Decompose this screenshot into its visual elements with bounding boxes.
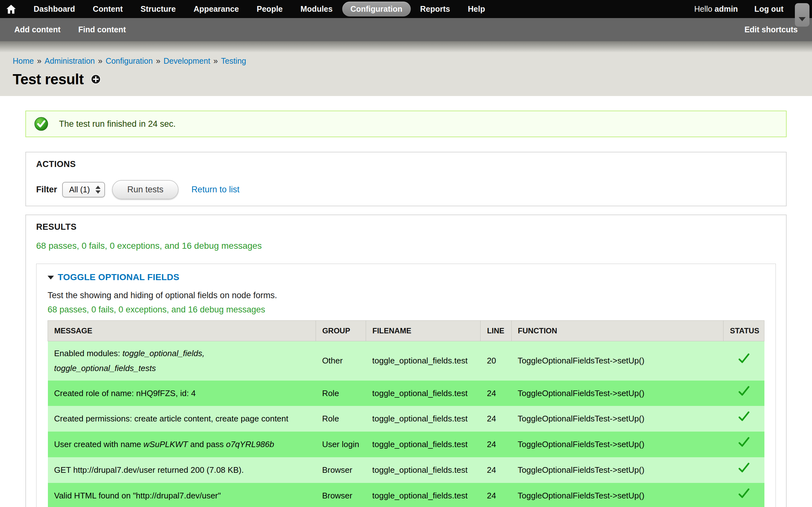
toolbar-item-content[interactable]: Content bbox=[85, 2, 131, 16]
table-row: Created permissions: create article cont… bbox=[48, 406, 764, 432]
cell-message: GET http://drupal7.dev/user returned 200… bbox=[48, 457, 316, 483]
toolbar-user-area: Hello admin Log out bbox=[694, 4, 783, 14]
collapse-arrow-icon bbox=[48, 276, 54, 279]
cell-status bbox=[723, 432, 764, 457]
message-text: Created role of name: nHQ9fFZS, id: 4 bbox=[54, 389, 196, 398]
toolbar-item-people[interactable]: People bbox=[248, 2, 291, 16]
toolbar-menu: DashboardContentStructureAppearancePeopl… bbox=[26, 2, 495, 16]
run-tests-button[interactable]: Run tests bbox=[112, 180, 179, 199]
logout-link[interactable]: Log out bbox=[754, 4, 783, 14]
results-table-header-row: MESSAGEGROUPFILENAMELINEFUNCTIONSTATUS bbox=[48, 321, 764, 341]
select-arrows-icon bbox=[96, 186, 101, 193]
column-header-function: FUNCTION bbox=[511, 321, 723, 341]
results-table-body: Enabled modules: toggle_optional_fields,… bbox=[48, 341, 764, 507]
results-table: MESSAGEGROUPFILENAMELINEFUNCTIONSTATUS E… bbox=[48, 320, 764, 507]
pass-icon bbox=[738, 436, 750, 448]
table-row: Valid HTML found on "http://drupal7.dev/… bbox=[48, 483, 764, 507]
cell-function: ToggleOptionalFieldsTest->setUp() bbox=[511, 432, 723, 457]
column-header-line: LINE bbox=[480, 321, 511, 341]
breadcrumb-link-testing[interactable]: Testing bbox=[221, 56, 246, 65]
shortcut-bar: Add contentFind content Edit shortcuts bbox=[0, 18, 812, 41]
test-group-description: Test the showing and hiding of optional … bbox=[48, 291, 764, 300]
table-row: Created role of name: nHQ9fFZS, id: 4Rol… bbox=[48, 381, 764, 406]
status-message-text: The test run finished in 24 sec. bbox=[59, 119, 176, 129]
toolbar-item-dashboard[interactable]: Dashboard bbox=[26, 2, 84, 16]
shortcut-item-add-content[interactable]: Add content bbox=[14, 25, 61, 34]
message-text: Created permissions: create article cont… bbox=[54, 414, 289, 424]
main-content: The test run finished in 24 sec. ACTIONS… bbox=[0, 111, 812, 507]
filter-label: Filter bbox=[36, 185, 57, 194]
edit-shortcuts-link[interactable]: Edit shortcuts bbox=[745, 25, 798, 34]
message-emphasis: wSuPLKWT bbox=[143, 440, 188, 449]
filter-select-value: All (1) bbox=[69, 185, 90, 194]
toolbar-toggle-tab[interactable] bbox=[795, 3, 809, 26]
breadcrumb-link-development[interactable]: Development bbox=[164, 56, 210, 65]
breadcrumb: Home»Administration»Configuration»Develo… bbox=[13, 41, 799, 66]
table-row: GET http://drupal7.dev/user returned 200… bbox=[48, 457, 764, 483]
cell-message: Created permissions: create article cont… bbox=[48, 406, 316, 432]
user-name: admin bbox=[715, 4, 738, 13]
message-text: User created with name bbox=[54, 440, 144, 449]
results-legend: RESULTS bbox=[36, 222, 776, 232]
pass-icon bbox=[738, 488, 750, 499]
cell-message: Valid HTML found on "http://drupal7.dev/… bbox=[48, 483, 316, 507]
cell-message: User created with name wSuPLKWT and pass… bbox=[48, 432, 316, 457]
actions-fieldset: ACTIONS Filter All (1) Run tests Return … bbox=[26, 152, 786, 206]
cell-line: 20 bbox=[480, 341, 511, 381]
cell-group: Role bbox=[316, 381, 366, 406]
cell-filename: toggle_optional_fields.test bbox=[366, 432, 480, 457]
pass-icon bbox=[738, 462, 750, 473]
shortcut-item-find-content[interactable]: Find content bbox=[78, 25, 126, 34]
cell-line: 24 bbox=[480, 406, 511, 432]
test-group-summary: 68 passes, 0 fails, 0 exceptions, and 16… bbox=[48, 305, 764, 315]
filter-select[interactable]: All (1) bbox=[62, 182, 105, 198]
table-row: Enabled modules: toggle_optional_fields,… bbox=[48, 341, 764, 381]
test-group-legend[interactable]: TOGGLE OPTIONAL FIELDS bbox=[48, 272, 764, 282]
message-text: Valid HTML found on "http://drupal7.dev/… bbox=[54, 491, 221, 500]
cell-filename: toggle_optional_fields.test bbox=[366, 457, 480, 483]
message-emphasis: toggle_optional_fields, bbox=[122, 349, 205, 358]
actions-legend: ACTIONS bbox=[36, 159, 776, 169]
cell-message: Created role of name: nHQ9fFZS, id: 4 bbox=[48, 381, 316, 406]
message-text: GET http://drupal7.dev/user returned 200… bbox=[54, 465, 244, 475]
status-message: The test run finished in 24 sec. bbox=[26, 111, 786, 137]
breadcrumb-separator: » bbox=[156, 56, 160, 65]
cell-filename: toggle_optional_fields.test bbox=[366, 381, 480, 406]
results-fieldset: RESULTS 68 passes, 0 fails, 0 exceptions… bbox=[26, 215, 786, 507]
cell-line: 24 bbox=[480, 381, 511, 406]
chevron-down-icon bbox=[799, 17, 806, 21]
breadcrumb-link-administration[interactable]: Administration bbox=[45, 56, 95, 65]
page-title: Test result bbox=[13, 71, 84, 88]
user-greeting: Hello admin bbox=[694, 4, 738, 14]
cell-status bbox=[723, 381, 764, 406]
cell-filename: toggle_optional_fields.test bbox=[366, 483, 480, 507]
table-row: User created with name wSuPLKWT and pass… bbox=[48, 432, 764, 457]
test-group-title: TOGGLE OPTIONAL FIELDS bbox=[58, 272, 180, 282]
cell-function: ToggleOptionalFieldsTest->setUp() bbox=[511, 341, 723, 381]
home-icon[interactable] bbox=[6, 5, 16, 14]
status-ok-icon bbox=[34, 117, 48, 131]
toolbar-item-configuration[interactable]: Configuration bbox=[342, 2, 411, 16]
cell-status bbox=[723, 406, 764, 432]
shortcut-items: Add contentFind content bbox=[14, 25, 144, 34]
cell-function: ToggleOptionalFieldsTest->setUp() bbox=[511, 457, 723, 483]
add-shortcut-icon[interactable] bbox=[91, 74, 101, 84]
breadcrumb-link-configuration[interactable]: Configuration bbox=[106, 56, 153, 65]
cell-group: Browser bbox=[316, 457, 366, 483]
cell-function: ToggleOptionalFieldsTest->setUp() bbox=[511, 381, 723, 406]
message-text: and pass bbox=[188, 440, 226, 449]
message-emphasis: o7qYRL986b bbox=[226, 440, 274, 449]
toolbar-item-help[interactable]: Help bbox=[460, 2, 493, 16]
cell-line: 24 bbox=[480, 432, 511, 457]
toolbar-item-reports[interactable]: Reports bbox=[412, 2, 458, 16]
return-to-list-link[interactable]: Return to list bbox=[191, 185, 240, 194]
toolbar-item-modules[interactable]: Modules bbox=[292, 2, 341, 16]
toolbar-item-appearance[interactable]: Appearance bbox=[185, 2, 247, 16]
cell-function: ToggleOptionalFieldsTest->setUp() bbox=[511, 483, 723, 507]
cell-status bbox=[723, 483, 764, 507]
breadcrumb-link-home[interactable]: Home bbox=[13, 56, 34, 65]
toolbar-item-structure[interactable]: Structure bbox=[132, 2, 184, 16]
results-summary: 68 passes, 0 fails, 0 exceptions, and 16… bbox=[36, 241, 776, 251]
cell-message: Enabled modules: toggle_optional_fields,… bbox=[48, 341, 316, 381]
page-header-band: Home»Administration»Configuration»Develo… bbox=[0, 41, 812, 96]
